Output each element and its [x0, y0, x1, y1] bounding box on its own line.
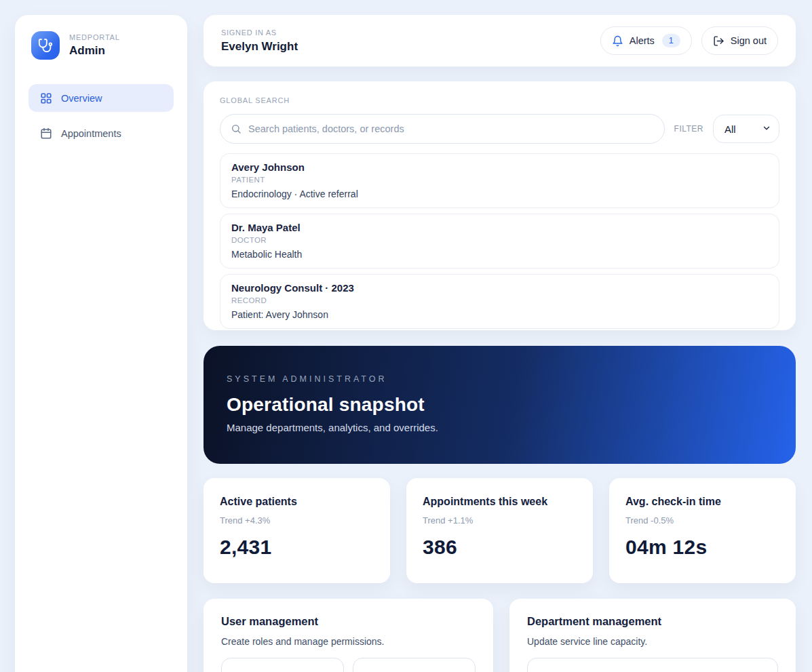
brand-name: MEDPORTAL [69, 33, 120, 41]
stat-value: 386 [423, 536, 577, 559]
result-description: Patient: Avery Johnson [231, 309, 768, 320]
panel-title: User management [221, 615, 476, 628]
topbar: SIGNED IN AS Evelyn Wright Alerts 1 [204, 15, 796, 66]
panel-title: Department management [527, 615, 778, 628]
result-description: Endocrinology · Active referral [231, 189, 768, 199]
topbar-actions: Alerts 1 Sign out [600, 26, 778, 55]
sign-out-label: Sign out [731, 35, 767, 46]
panel-actions [527, 658, 778, 672]
signed-in-block: SIGNED IN AS Evelyn Wright [221, 28, 298, 54]
hero-eyebrow: SYSTEM ADMINISTRATOR [227, 374, 773, 384]
sign-out-button[interactable]: Sign out [701, 26, 778, 55]
hero-subtitle: Manage departments, analytics, and overr… [227, 422, 773, 433]
sidebar-item-label: Appointments [61, 128, 121, 139]
alerts-count-badge: 1 [662, 34, 680, 47]
result-type: PATIENT [231, 176, 768, 184]
panel-actions [221, 658, 476, 672]
search-row: FILTER All [220, 114, 779, 144]
search-result-doctor[interactable]: Dr. Maya Patel DOCTOR Metabolic Health [220, 214, 779, 269]
global-search-panel: GLOBAL SEARCH FILTER All [204, 81, 796, 330]
medportal-logo [31, 31, 60, 60]
user-management-action-button-1[interactable] [221, 658, 344, 672]
brand: MEDPORTAL Admin [28, 31, 174, 60]
hero-banner: SYSTEM ADMINISTRATOR Operational snapsho… [204, 346, 796, 464]
stat-card-active-patients: Active patients Trend +4.3% 2,431 [204, 478, 390, 583]
user-management-action-button-2[interactable] [353, 658, 476, 672]
result-name: Neurology Consult · 2023 [231, 282, 768, 294]
result-description: Metabolic Health [231, 249, 768, 260]
filter-select-wrap: All [713, 115, 779, 143]
stat-trend: Trend +4.3% [220, 515, 374, 526]
search-icon [231, 123, 241, 134]
signed-in-label: SIGNED IN AS [221, 28, 298, 37]
result-type: RECORD [231, 296, 768, 304]
alerts-button[interactable]: Alerts 1 [600, 26, 692, 55]
sidebar-item-label: Overview [61, 93, 102, 104]
grid-icon [40, 92, 52, 104]
stat-title: Avg. check-in time [625, 496, 779, 508]
stethoscope-icon [38, 38, 53, 53]
search-results: Avery Johnson PATIENT Endocrinology · Ac… [220, 153, 779, 329]
alerts-label: Alerts [630, 35, 655, 46]
result-type: DOCTOR [231, 236, 768, 244]
logout-icon [713, 35, 724, 47]
stat-trend: Trend +1.1% [423, 515, 577, 526]
panel-description: Update service line capacity. [527, 636, 778, 647]
filter-label: FILTER [674, 124, 703, 134]
filter-select[interactable]: All [713, 115, 779, 143]
department-management-action-control[interactable] [527, 658, 778, 672]
stats-row: Active patients Trend +4.3% 2,431 Appoin… [204, 478, 796, 583]
sidebar: MEDPORTAL Admin Overview Appointment [15, 15, 187, 672]
bell-icon [612, 35, 623, 47]
signed-in-user: Evelyn Wright [221, 40, 298, 54]
search-box [220, 114, 665, 144]
sidebar-item-overview[interactable]: Overview [28, 84, 174, 112]
brand-role: Admin [69, 44, 120, 58]
search-result-record[interactable]: Neurology Consult · 2023 RECORD Patient:… [220, 274, 779, 329]
stat-title: Appointments this week [423, 496, 577, 508]
panel-description: Create roles and manage permissions. [221, 636, 476, 647]
stat-card-appointments-week: Appointments this week Trend +1.1% 386 [406, 478, 593, 583]
brand-text: MEDPORTAL Admin [69, 33, 120, 58]
sidebar-nav: Overview Appointments [28, 84, 174, 147]
user-management-panel: User management Create roles and manage … [204, 599, 493, 672]
result-name: Dr. Maya Patel [231, 222, 768, 233]
search-input[interactable] [248, 123, 654, 134]
stat-value: 04m 12s [625, 536, 779, 559]
stat-value: 2,431 [220, 536, 374, 559]
hero-title: Operational snapshot [227, 394, 773, 416]
sidebar-item-appointments[interactable]: Appointments [28, 119, 174, 147]
result-name: Avery Johnson [231, 161, 768, 173]
management-panels: User management Create roles and manage … [204, 599, 796, 672]
search-result-patient[interactable]: Avery Johnson PATIENT Endocrinology · Ac… [220, 153, 779, 208]
stat-trend: Trend -0.5% [625, 515, 779, 526]
stat-card-checkin-time: Avg. check-in time Trend -0.5% 04m 12s [609, 478, 796, 583]
stat-title: Active patients [220, 496, 374, 508]
calendar-icon [40, 127, 52, 140]
department-management-panel: Department management Update service lin… [509, 599, 796, 672]
global-search-label: GLOBAL SEARCH [220, 96, 779, 104]
